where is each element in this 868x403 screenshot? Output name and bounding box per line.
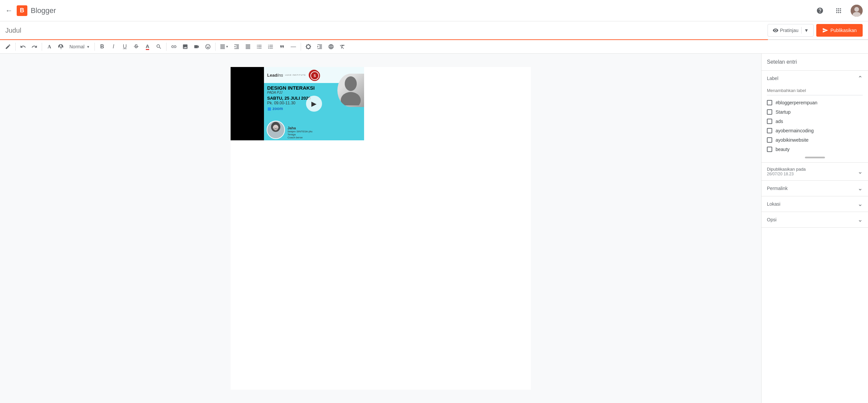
video-thumbnail[interactable]: LeadIns LEAD INSTITUTE S bbox=[264, 67, 364, 140]
svg-text:S: S bbox=[313, 74, 316, 78]
list-item: ayobikinwebsite bbox=[767, 135, 863, 145]
scroll-indicator bbox=[805, 157, 825, 158]
video-black-bar bbox=[230, 67, 264, 140]
svg-point-7 bbox=[341, 92, 361, 105]
format-dropdown[interactable]: Normal ▼ bbox=[67, 43, 92, 51]
underline-button[interactable]: U bbox=[120, 41, 130, 52]
institute-name: LeadIns bbox=[267, 73, 283, 78]
label-text: ayobikinwebsite bbox=[776, 137, 809, 143]
apps-button[interactable] bbox=[832, 4, 845, 17]
opsi-label: Opsi bbox=[767, 217, 777, 222]
undo-button[interactable] bbox=[18, 41, 28, 52]
published-label: Dipublikasikan pada bbox=[767, 167, 806, 172]
label-checkbox-ads[interactable] bbox=[767, 119, 772, 124]
label-section-header[interactable]: Label ⌃ bbox=[767, 75, 863, 82]
text-color-button[interactable]: A bbox=[44, 41, 55, 52]
opsi-section: Opsi ⌄ bbox=[762, 212, 868, 228]
editor-content: LeadIns LEAD INSTITUTE S bbox=[230, 67, 531, 390]
pratinjau-button[interactable]: Pratinjau ▼ bbox=[768, 24, 814, 37]
sep3 bbox=[94, 43, 95, 51]
permalink-section-header[interactable]: Permalink ⌄ bbox=[767, 185, 863, 192]
blogger-logo: B bbox=[17, 5, 27, 16]
language-button[interactable] bbox=[326, 41, 336, 52]
unordered-list-button[interactable] bbox=[254, 41, 265, 52]
play-button[interactable]: ▶ bbox=[306, 96, 322, 112]
italic-button[interactable]: I bbox=[108, 41, 119, 52]
label-checkbox-beauty[interactable] bbox=[767, 147, 772, 152]
label-checkbox-startup[interactable] bbox=[767, 109, 772, 115]
bold-button[interactable]: B bbox=[97, 41, 107, 52]
increase-indent-button[interactable] bbox=[243, 41, 253, 52]
speaker-info: Jaha Sekjen SINTESA (As Teraga Coach ber… bbox=[288, 126, 313, 139]
title-input[interactable] bbox=[5, 27, 768, 34]
publikasikan-button[interactable]: Publikasikan bbox=[816, 24, 863, 37]
sep1 bbox=[16, 43, 16, 51]
label-section-title: Label bbox=[767, 76, 778, 81]
decrease-indent-button[interactable] bbox=[231, 41, 242, 52]
font-color-button[interactable]: A bbox=[142, 41, 153, 52]
label-text: ads bbox=[776, 119, 783, 124]
label-chevron-up[interactable]: ⌃ bbox=[858, 75, 863, 82]
institute-sub: LEAD INSTITUTE bbox=[285, 74, 306, 76]
speaker-silhouette bbox=[337, 74, 364, 107]
published-section: Dipublikasikan pada 26/07/20 18.23 ⌄ bbox=[762, 163, 868, 181]
highlight-button[interactable] bbox=[154, 41, 164, 52]
opsi-chevron[interactable]: ⌄ bbox=[858, 216, 863, 223]
clear-format-button[interactable] bbox=[337, 41, 348, 52]
main-layout: LeadIns LEAD INSTITUTE S bbox=[0, 54, 868, 403]
list-item: ayobermaincoding bbox=[767, 126, 863, 135]
permalink-chevron[interactable]: ⌄ bbox=[858, 185, 863, 192]
ordered-list-button[interactable] bbox=[265, 41, 276, 52]
indent-button[interactable] bbox=[314, 41, 325, 52]
align-button[interactable]: ▼ bbox=[218, 41, 230, 52]
label-text: Startup bbox=[776, 109, 790, 115]
label-section: Label ⌃ #bloggerperempuan Startup ads bbox=[762, 71, 868, 163]
redo-button[interactable] bbox=[29, 41, 40, 52]
list-item: beauty bbox=[767, 145, 863, 154]
strikethrough-button[interactable] bbox=[131, 41, 142, 52]
link-button[interactable] bbox=[168, 41, 179, 52]
editor-area[interactable]: LeadIns LEAD INSTITUTE S bbox=[0, 54, 761, 403]
pratinjau-label: Pratinjau bbox=[780, 28, 798, 33]
label-checkbox-bloggerperempuan[interactable] bbox=[767, 100, 772, 105]
hr-button[interactable]: — bbox=[288, 41, 299, 52]
labels-list: #bloggerperempuan Startup ads ayobermain… bbox=[767, 98, 863, 158]
sidebar-title: Setelan entri bbox=[762, 59, 868, 71]
help-button[interactable] bbox=[813, 4, 827, 17]
zoom-icon: ◼ bbox=[267, 106, 271, 111]
blockquote-button[interactable] bbox=[277, 41, 287, 52]
published-info: Dipublikasikan pada 26/07/20 18.23 bbox=[767, 167, 806, 176]
video-button[interactable] bbox=[191, 41, 202, 52]
permalink-section: Permalink ⌄ bbox=[762, 181, 868, 196]
opsi-section-header[interactable]: Opsi ⌄ bbox=[767, 216, 863, 223]
label-checkbox-ayobermaincoding[interactable] bbox=[767, 128, 772, 133]
zoom-label: zoom bbox=[273, 106, 283, 111]
sep6 bbox=[301, 43, 301, 51]
publikasikan-label: Publikasikan bbox=[830, 28, 857, 33]
speaker-role: Teraga bbox=[288, 133, 313, 136]
paragraph-format-button[interactable] bbox=[55, 41, 66, 52]
image-button[interactable] bbox=[180, 41, 191, 52]
pratinjau-dropdown-icon[interactable]: ▼ bbox=[804, 28, 809, 33]
lokasi-label: Lokasi bbox=[767, 201, 780, 207]
published-chevron[interactable]: ⌄ bbox=[858, 168, 863, 175]
label-checkbox-ayobikinwebsite[interactable] bbox=[767, 137, 772, 143]
institute-logo: S bbox=[309, 70, 319, 80]
user-avatar[interactable] bbox=[850, 5, 863, 17]
app-title: Blogger bbox=[31, 6, 56, 15]
remove-format-button[interactable] bbox=[303, 41, 314, 52]
back-button[interactable]: ← bbox=[5, 6, 13, 15]
video-container: LeadIns LEAD INSTITUTE S bbox=[230, 67, 531, 140]
lokasi-chevron[interactable]: ⌄ bbox=[858, 200, 863, 208]
published-section-header[interactable]: Dipublikasikan pada 26/07/20 18.23 ⌄ bbox=[767, 167, 863, 176]
sep2 bbox=[42, 43, 42, 51]
sep4 bbox=[166, 43, 166, 51]
emoji-button[interactable] bbox=[203, 41, 213, 52]
list-item: ads bbox=[767, 117, 863, 126]
top-nav-right bbox=[813, 4, 863, 17]
lokasi-section: Lokasi ⌄ bbox=[762, 196, 868, 212]
lokasi-section-header[interactable]: Lokasi ⌄ bbox=[767, 200, 863, 208]
edit-mode-button[interactable] bbox=[3, 41, 13, 52]
label-text: ayobermaincoding bbox=[776, 128, 814, 133]
label-add-input[interactable] bbox=[767, 86, 863, 95]
